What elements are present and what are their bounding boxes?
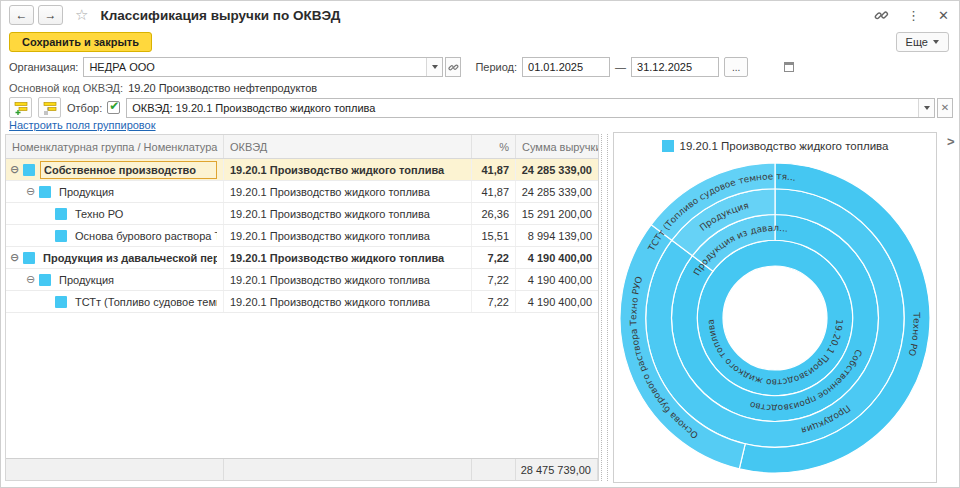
back-arrow-icon: ←: [16, 8, 28, 22]
save-close-button[interactable]: Сохранить и закрыть: [9, 32, 152, 52]
clear-x-icon: ✕: [941, 102, 949, 113]
table-footer: 28 475 739,00: [6, 458, 598, 480]
cell-nomenclature: ⊖Собственное производство: [6, 159, 224, 180]
period-to-input[interactable]: [632, 58, 784, 76]
cell-percent: 7,22: [472, 269, 516, 290]
footer-cell: [6, 459, 224, 480]
expand-groups-icon: [14, 101, 28, 115]
main-okved-label: Основной код ОКВЭД:: [9, 82, 123, 94]
legend-label: 19.20.1 Производство жидкого топлива: [680, 140, 889, 152]
nomenclature-square-icon: [39, 274, 51, 286]
nomenclature-square-icon: [55, 230, 67, 242]
forward-button[interactable]: →: [38, 5, 63, 25]
nomenclature-square-icon: [55, 296, 67, 308]
footer-cell: [472, 459, 516, 480]
main-okved-value: 19.20 Производство нефтепродуктов: [128, 82, 317, 94]
filter-checkbox[interactable]: ✔: [107, 101, 120, 114]
cell-okved: 19.20.1 Производство жидкого топлива: [224, 181, 472, 202]
period-choice-button[interactable]: ...: [724, 57, 748, 77]
column-header-nomenclature[interactable]: Номенклатурная группа / Номенклатура: [6, 135, 224, 158]
footer-cell: [224, 459, 472, 480]
row-name: ТСТт (Топливо судовое темное тяже...: [72, 294, 217, 310]
chevron-down-icon: [933, 40, 939, 44]
cell-okved: 19.20.1 Производство жидкого топлива: [224, 225, 472, 246]
filter-input[interactable]: [127, 99, 918, 117]
cell-percent: 7,22: [472, 247, 516, 268]
filter-clear-button[interactable]: ✕: [937, 98, 953, 118]
organization-dropdown-button[interactable]: [426, 58, 442, 76]
expand-groups-button[interactable]: [9, 97, 32, 118]
collapse-node-icon[interactable]: ⊖: [10, 164, 23, 175]
cell-percent: 41,87: [472, 159, 516, 180]
table-header: Номенклатурная группа / Номенклатура ОКВ…: [6, 135, 598, 159]
chevron-down-icon: [924, 106, 930, 110]
organization-open-button[interactable]: [445, 57, 461, 77]
filter-label: Отбор:: [67, 102, 102, 114]
nomenclature-square-icon: [23, 164, 35, 176]
cell-okved: 19.20.1 Производство жидкого топлива: [224, 269, 472, 290]
period-to-calendar-button[interactable]: [784, 58, 794, 76]
forward-arrow-icon: →: [45, 8, 57, 22]
table-scrollbar[interactable]: [601, 134, 608, 481]
expand-panel-chevron[interactable]: >: [947, 134, 955, 149]
checkmark-icon: ✔: [109, 99, 119, 113]
org-period-row: Организация: Период: — ...: [9, 57, 953, 77]
table-row[interactable]: ⊖Собственное производство19.20.1 Произво…: [6, 159, 598, 181]
row-name: Продукция из давальческой переработки: [40, 250, 217, 266]
sunburst-segment[interactable]: [697, 240, 853, 396]
cell-okved: 19.20.1 Производство жидкого топлива: [224, 159, 472, 180]
menu-dots-icon[interactable]: ⋮: [907, 8, 920, 23]
open-link-icon: [448, 62, 459, 73]
collapse-groups-button[interactable]: [38, 97, 61, 118]
column-header-percent[interactable]: %: [472, 135, 516, 158]
page-title: Классификация выручки по ОКВЭД: [100, 8, 340, 23]
setup-groupings-link[interactable]: Настроить поля группировок: [9, 119, 156, 131]
table-row[interactable]: Техно РО19.20.1 Производство жидкого топ…: [6, 203, 598, 225]
table-row[interactable]: ⊖Продукция19.20.1 Производство жидкого т…: [6, 269, 598, 291]
cell-nomenclature: ⊖Продукция из давальческой переработки: [6, 247, 224, 268]
cell-percent: 7,22: [472, 291, 516, 312]
cell-sum: 4 190 400,00: [516, 247, 598, 268]
filter-row: Отбор: ✔ ✕: [9, 97, 953, 118]
more-button[interactable]: Еще: [896, 32, 949, 52]
row-name: Продукция: [56, 184, 217, 200]
table-row[interactable]: ⊖Продукция из давальческой переработки19…: [6, 247, 598, 269]
table-row[interactable]: ⊖Продукция19.20.1 Производство жидкого т…: [6, 181, 598, 203]
organization-label: Организация:: [9, 61, 78, 73]
cell-sum: 15 291 200,00: [516, 203, 598, 224]
column-header-okved[interactable]: ОКВЭД: [224, 135, 472, 158]
cell-percent: 41,87: [472, 181, 516, 202]
nomenclature-square-icon: [55, 208, 67, 220]
column-header-sum[interactable]: Сумма выручки...: [516, 135, 598, 158]
organization-input[interactable]: [84, 58, 426, 76]
command-bar: Сохранить и закрыть Еще: [1, 30, 959, 54]
table-row[interactable]: Основа бурового раствора Техно РУО19.20.…: [6, 225, 598, 247]
back-button[interactable]: ←: [9, 5, 34, 25]
filter-dropdown-button[interactable]: [918, 99, 934, 117]
cell-okved: 19.20.1 Производство жидкого топлива: [224, 291, 472, 312]
close-icon[interactable]: ✕: [938, 8, 949, 23]
cell-okved: 19.20.1 Производство жидкого топлива: [224, 203, 472, 224]
chevron-down-icon: [432, 65, 438, 69]
collapse-node-icon[interactable]: ⊖: [26, 186, 39, 197]
cell-okved: 19.20.1 Производство жидкого топлива: [224, 247, 472, 268]
link-row: Настроить поля группировок: [9, 119, 156, 131]
collapse-groups-icon: [43, 101, 57, 115]
cell-percent: 26,36: [472, 203, 516, 224]
collapse-node-icon[interactable]: ⊖: [26, 274, 39, 285]
period-dash: —: [615, 61, 626, 73]
table-row[interactable]: ТСТт (Топливо судовое темное тяже...19.2…: [6, 291, 598, 313]
collapse-node-icon[interactable]: ⊖: [10, 252, 23, 263]
chart-panel: 19.20.1 Производство жидкого топлива 19.…: [613, 132, 937, 483]
nomenclature-square-icon: [23, 252, 35, 264]
cell-sum: 24 285 339,00: [516, 181, 598, 202]
chart-legend: 19.20.1 Производство жидкого топлива: [614, 138, 936, 154]
nomenclature-square-icon: [39, 186, 51, 198]
link-icon[interactable]: [874, 8, 889, 23]
cell-percent: 15,51: [472, 225, 516, 246]
cell-sum: 4 190 400,00: [516, 291, 598, 312]
revenue-table: Номенклатурная группа / Номенклатура ОКВ…: [5, 134, 599, 481]
table-body: ⊖Собственное производство19.20.1 Произво…: [6, 159, 598, 458]
favorite-star-icon[interactable]: ☆: [75, 6, 88, 24]
cell-sum: 8 994 139,00: [516, 225, 598, 246]
